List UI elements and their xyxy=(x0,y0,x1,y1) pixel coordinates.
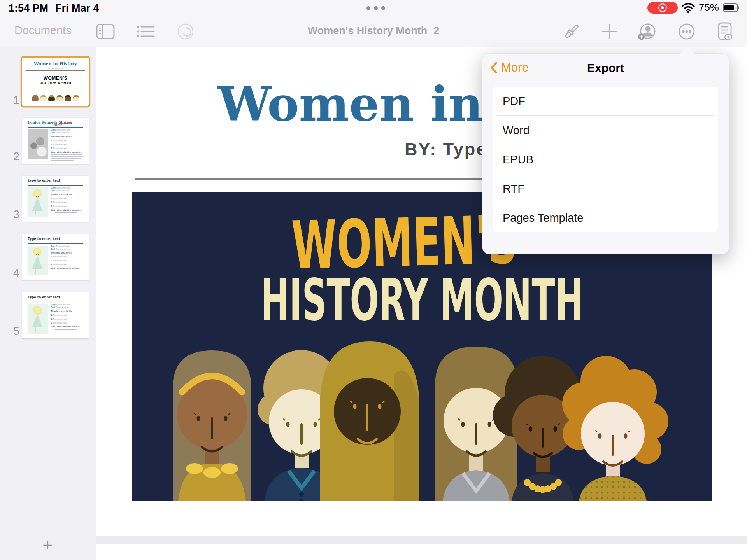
status-right-cluster: 75% xyxy=(647,2,740,14)
status-time: 1:54 PM xyxy=(9,2,48,14)
page-thumbnail-5[interactable]: Type to enter text Born: Type to enter t… xyxy=(22,292,89,338)
export-option-rtf[interactable]: RTF xyxy=(493,174,718,203)
export-options-list: PDFWordEPUBRTFPages Template xyxy=(493,87,718,232)
page-thumbnails-sidebar: 1 Women in History BY: Type to enter tex… xyxy=(0,47,96,560)
thumbnail-number: 3 xyxy=(9,208,19,221)
export-option-pdf[interactable]: PDF xyxy=(493,87,718,116)
thumb1-mini-faces xyxy=(26,95,85,101)
placeholder-figure xyxy=(28,187,48,217)
figure-1 xyxy=(173,350,251,501)
status-bar: 1:54 PMFri Mar 4 75% xyxy=(0,0,747,16)
document-title: Women's History Month2 xyxy=(0,25,747,37)
popover-title: Export xyxy=(482,61,729,75)
screen-recording-icon[interactable] xyxy=(647,2,678,14)
page-break-gap xyxy=(96,536,747,544)
status-date: Fri Mar 4 xyxy=(55,2,99,14)
page-thumbnail-4[interactable]: Type to enter text Born: Type to enter t… xyxy=(22,234,89,280)
add-page-button[interactable]: + xyxy=(33,534,62,557)
battery-icon xyxy=(723,4,740,12)
pages-app-screen: 1:54 PMFri Mar 4 75% xyxy=(0,0,747,560)
thumb1-title: Women in History xyxy=(22,61,89,66)
status-time-date: 1:54 PMFri Mar 4 xyxy=(9,2,106,14)
collaborate-icon[interactable] xyxy=(637,23,657,40)
multitask-dots-icon[interactable] xyxy=(366,6,385,10)
thumbnail-number: 2 xyxy=(9,150,19,163)
placeholder-figure xyxy=(28,304,48,334)
wifi-icon xyxy=(682,3,695,13)
placeholder-figure xyxy=(28,246,48,275)
export-option-word[interactable]: Word xyxy=(493,116,718,145)
format-brush-icon[interactable] xyxy=(562,23,581,40)
popover-arrow xyxy=(680,46,694,54)
export-popover: More Export PDFWordEPUBRTFPages Template xyxy=(482,54,729,254)
toolbar: Documents xyxy=(0,16,747,47)
thumbnail-number: 4 xyxy=(9,266,19,279)
thumbnail-number: 1 xyxy=(9,94,19,107)
export-option-pages-template[interactable]: Pages Template xyxy=(493,203,718,232)
figure-3 xyxy=(320,341,419,501)
thumb2-photo xyxy=(28,130,48,159)
thumb1-banner: WOMEN'S HISTORY MONTH xyxy=(26,72,85,101)
sidebar-divider xyxy=(0,530,96,530)
insert-plus-icon[interactable] xyxy=(600,23,619,40)
view-mode-icon[interactable] xyxy=(715,23,735,40)
thumbnail-number: 5 xyxy=(9,325,19,338)
export-option-epub[interactable]: EPUB xyxy=(493,145,718,174)
more-ellipsis-icon[interactable] xyxy=(677,23,696,40)
thumb1-banner-line1: WOMEN'S xyxy=(26,75,85,81)
thumb1-subtitle: BY: Type to enter text xyxy=(22,67,89,69)
thumb1-banner-line2: HISTORY MONTH xyxy=(26,81,85,85)
page-thumbnail-3[interactable]: Type to enter text Born: Type to enter t… xyxy=(22,176,89,222)
illustration-line2: HISTORY MONTH xyxy=(261,267,584,334)
battery-percent: 75% xyxy=(699,2,719,14)
page-thumbnail-2[interactable]: Eunice Kennedy Shriver Example Page Born… xyxy=(22,118,89,164)
top-chrome: 1:54 PMFri Mar 4 75% xyxy=(0,0,747,47)
page-thumbnail-1-selected[interactable]: Women in History BY: Type to enter text … xyxy=(21,56,90,107)
